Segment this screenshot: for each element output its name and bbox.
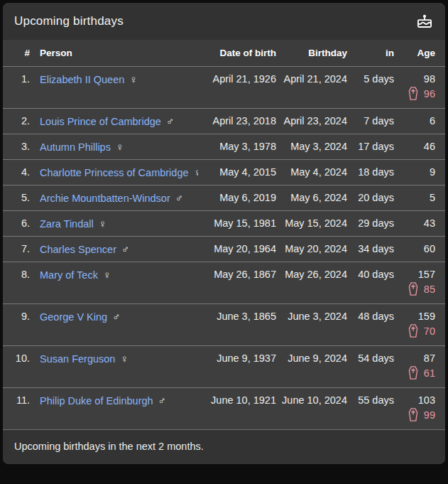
age-cell: 9 — [394, 160, 435, 184]
col-header-dob: Date of birth — [198, 40, 276, 66]
dob-cell: May 26, 1867 — [198, 262, 276, 286]
death-line: 70 — [408, 324, 435, 339]
in-cell: 54 days — [347, 346, 394, 370]
age-cell: 6 — [394, 109, 435, 133]
person-link[interactable]: Charles Spencer — [40, 244, 116, 255]
col-header-rank: # — [13, 40, 31, 66]
gender-icon: ♀ — [129, 73, 137, 85]
gender-icon: ♀ — [99, 217, 106, 230]
cake-icon[interactable] — [415, 12, 434, 31]
person-link[interactable]: Louis Prince of Cambridge — [40, 116, 161, 127]
person-cell: Charlotte Princess of Cambridge♀ — [31, 160, 198, 185]
in-cell: 55 days — [347, 388, 394, 412]
person-link[interactable]: Philip Duke of Edinburgh — [40, 395, 153, 407]
card-header: Upcoming birthdays — [3, 3, 445, 40]
coffin-icon — [408, 324, 418, 338]
death-age: 99 — [424, 409, 435, 421]
in-cell: 20 days — [347, 185, 394, 210]
dob-cell: June 10, 1921 — [198, 388, 276, 412]
age-cell: 60 — [394, 237, 435, 261]
table-row: 3. Autumn Phillips♀ May 3, 1978 May 3, 2… — [3, 134, 445, 159]
card-footer: Upcoming birthdays in the next 2 months. — [3, 429, 445, 464]
in-cell: 5 days — [347, 67, 394, 91]
coffin-icon — [408, 366, 418, 380]
person-link[interactable]: Susan Ferguson — [40, 353, 115, 365]
col-header-birthday: Birthday — [276, 40, 347, 66]
table-body: 1. Elizabeth II Queen♀ April 21, 1926 Ap… — [3, 66, 445, 429]
table-row: 8. Mary of Teck♀ May 26, 1867 May 26, 20… — [3, 262, 445, 303]
person-cell: George V King♂ — [31, 304, 198, 329]
death-line: 85 — [408, 282, 435, 297]
dob-cell: June 3, 1865 — [198, 304, 276, 328]
dob-cell: May 20, 1964 — [198, 237, 276, 261]
rank-cell: 9. — [13, 304, 31, 328]
death-age: 96 — [424, 88, 435, 100]
death-line: 61 — [408, 366, 435, 381]
death-age: 85 — [424, 284, 435, 295]
person-cell: Mary of Teck♀ — [31, 262, 198, 287]
gender-icon: ♀ — [120, 353, 128, 365]
birthday-cell: May 20, 2024 — [276, 237, 347, 261]
person-link[interactable]: Archie Mountbatten-Windsor — [40, 193, 170, 204]
person-link[interactable]: Elizabeth II Queen — [40, 74, 124, 85]
birthday-cell: June 10, 2024 — [276, 388, 347, 412]
gender-icon: ♂ — [121, 243, 129, 255]
dob-cell: May 6, 2019 — [198, 185, 276, 210]
in-cell: 17 days — [347, 134, 394, 158]
table-row: 4. Charlotte Princess of Cambridge♀ May … — [3, 159, 445, 185]
death-age: 61 — [424, 367, 435, 379]
age-value: 87 — [424, 353, 435, 364]
rank-cell: 4. — [13, 160, 31, 184]
table-row: 9. George V King♂ June 3, 1865 June 3, 2… — [3, 303, 445, 345]
table-row: 11. Philip Duke of Edinburgh♂ June 10, 1… — [3, 387, 445, 429]
rank-cell: 2. — [13, 109, 31, 133]
col-header-age: Age — [394, 40, 435, 66]
dob-cell: May 4, 2015 — [198, 160, 276, 184]
in-cell: 18 days — [347, 160, 394, 184]
person-link[interactable]: Zara Tindall — [40, 218, 94, 230]
birthday-cell: June 3, 2024 — [276, 304, 347, 328]
age-cell: 87 61 — [394, 346, 435, 387]
rank-cell: 5. — [13, 185, 31, 210]
dob-cell: May 15, 1981 — [198, 211, 276, 235]
coffin-icon — [408, 87, 418, 100]
death-age: 70 — [424, 326, 435, 337]
age-value: 43 — [424, 217, 435, 229]
age-cell: 103 99 — [394, 388, 435, 429]
age-value: 5 — [430, 192, 435, 203]
dob-cell: April 23, 2018 — [198, 109, 276, 133]
dob-cell: April 21, 1926 — [198, 67, 276, 91]
in-cell: 29 days — [347, 211, 394, 235]
person-cell: Louis Prince of Cambridge♂ — [31, 109, 198, 134]
person-link[interactable]: Mary of Teck — [40, 269, 98, 281]
birthday-cell: April 23, 2024 — [276, 109, 347, 133]
col-header-in: in — [347, 40, 394, 66]
age-value: 159 — [418, 311, 435, 322]
dob-cell: May 3, 1978 — [198, 134, 276, 158]
age-cell: 46 — [394, 134, 435, 158]
rank-cell: 3. — [13, 134, 31, 158]
birthdays-table: # Person Date of birth Birthday in Age 1… — [3, 40, 445, 429]
person-link[interactable]: Charlotte Princess of Cambridge — [40, 167, 189, 178]
in-cell: 40 days — [347, 262, 394, 286]
age-value: 103 — [418, 394, 435, 406]
gender-icon: ♂ — [175, 192, 183, 204]
birthday-cell: May 3, 2024 — [276, 134, 347, 158]
in-cell: 34 days — [347, 237, 394, 261]
gender-icon: ♂ — [166, 115, 174, 127]
age-value: 9 — [430, 166, 435, 178]
footer-note: Upcoming birthdays in the next 2 months. — [14, 441, 204, 452]
age-cell: 159 70 — [394, 304, 435, 345]
table-row: 10. Susan Ferguson♀ June 9, 1937 June 9,… — [3, 345, 445, 387]
rank-cell: 8. — [13, 262, 31, 286]
table-header-row: # Person Date of birth Birthday in Age — [3, 40, 445, 66]
person-link[interactable]: Autumn Phillips — [40, 141, 111, 153]
upcoming-birthdays-card: Upcoming birthdays # Person Date of birt… — [3, 3, 445, 464]
gender-icon: ♂ — [158, 394, 166, 407]
person-link[interactable]: George V King — [40, 311, 107, 323]
birthday-cell: May 4, 2024 — [276, 160, 347, 184]
age-value: 157 — [418, 269, 435, 280]
dob-cell: June 9, 1937 — [198, 346, 276, 370]
person-cell: Philip Duke of Edinburgh♂ — [31, 388, 198, 413]
coffin-icon — [408, 408, 418, 421]
